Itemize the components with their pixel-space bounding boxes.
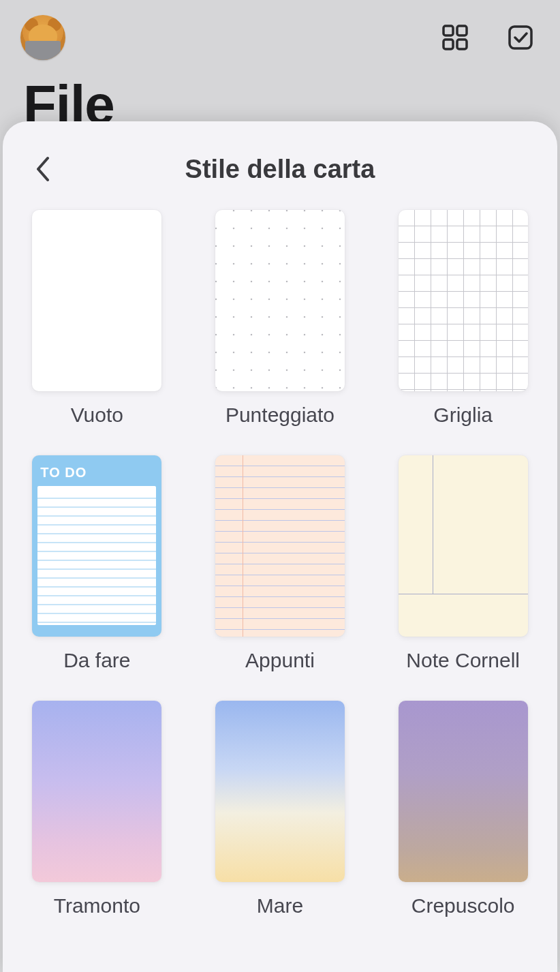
style-option-grid[interactable]: Griglia (392, 210, 534, 427)
paper-style-sheet: Stile della carta Vuoto Punteggiato Grig… (3, 121, 557, 972)
svg-rect-4 (510, 27, 531, 48)
style-label: Vuoto (71, 404, 123, 427)
style-label: Da fare (63, 649, 130, 672)
thumb-dotted (215, 210, 345, 391)
svg-rect-1 (457, 26, 467, 35)
avatar[interactable] (20, 15, 65, 60)
back-button[interactable] (29, 154, 59, 184)
style-option-sea[interactable]: Mare (209, 701, 352, 917)
style-option-blank[interactable]: Vuoto (26, 210, 168, 427)
style-option-sunset[interactable]: Tramonto (26, 701, 168, 917)
todo-header-text: TO DO (37, 461, 156, 486)
style-option-dotted[interactable]: Punteggiato (209, 210, 352, 427)
thumb-grid (399, 210, 528, 391)
style-label: Appunti (245, 649, 315, 672)
style-option-notes[interactable]: Appunti (209, 455, 352, 672)
style-label: Tramonto (54, 894, 140, 917)
thumb-blank (32, 210, 161, 391)
svg-rect-2 (444, 40, 453, 49)
thumb-notes (215, 455, 345, 637)
thumb-sea (215, 701, 345, 882)
svg-rect-0 (444, 26, 453, 35)
style-label: Griglia (433, 404, 493, 427)
style-option-cornell[interactable]: Note Cornell (392, 455, 534, 672)
style-label: Crepuscolo (411, 894, 515, 917)
thumb-dusk (399, 701, 528, 882)
style-grid: Vuoto Punteggiato Griglia TO DO Da fare … (23, 210, 537, 917)
style-label: Note Cornell (406, 649, 520, 672)
thumb-sunset (32, 701, 161, 882)
thumb-todo: TO DO (32, 455, 161, 637)
grid-view-icon[interactable] (436, 18, 474, 57)
style-option-todo[interactable]: TO DO Da fare (26, 455, 168, 672)
sheet-title: Stile della carta (185, 155, 375, 184)
style-label: Mare (257, 894, 303, 917)
top-bar (0, 0, 560, 75)
thumb-cornell (399, 455, 528, 637)
select-icon[interactable] (501, 18, 540, 57)
style-label: Punteggiato (225, 404, 335, 427)
sheet-header: Stile della carta (23, 145, 537, 194)
svg-rect-3 (457, 40, 467, 49)
style-option-dusk[interactable]: Crepuscolo (392, 701, 534, 917)
